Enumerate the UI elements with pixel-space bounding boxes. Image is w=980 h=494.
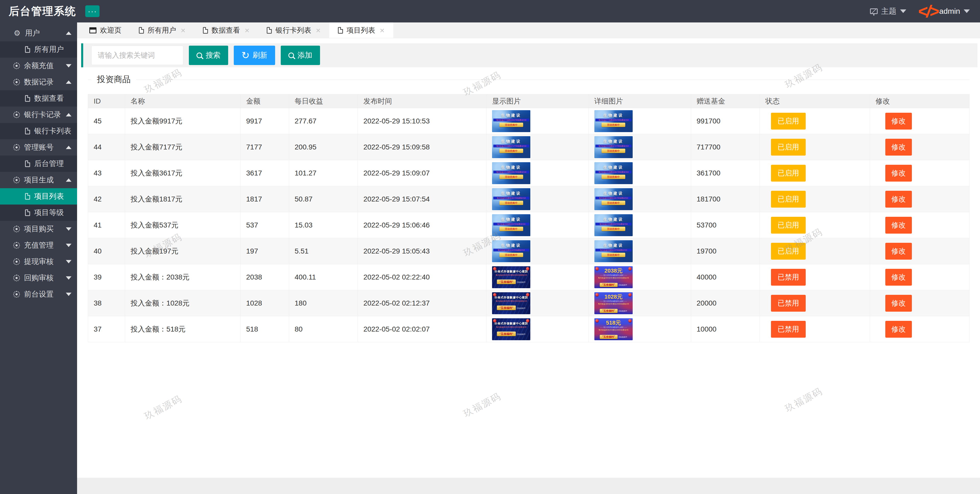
admin-dropdown[interactable]: admin	[939, 7, 970, 16]
cell-daily-income: 101.27	[289, 160, 358, 186]
banner-amount: 518元	[594, 320, 633, 326]
detail-image-thumbnail[interactable]: 生物建设每日收益277元赠送991700份基金X10活动抢购中	[594, 110, 633, 132]
modify-button[interactable]: 修改	[885, 165, 912, 181]
sidebar-group-银行卡记录[interactable]: 银行卡记录	[0, 106, 77, 123]
modify-button[interactable]: 修改	[885, 139, 912, 156]
modify-button[interactable]: 修改	[885, 113, 912, 130]
banner-caption: 每日收益50元赠送181700份基金X10	[595, 197, 632, 199]
status-badge[interactable]: 已启用	[771, 113, 806, 130]
sidebar-group-提现审核[interactable]: 提现审核	[0, 254, 77, 270]
close-icon[interactable]: ×	[181, 26, 186, 35]
sidebar-group-充值管理[interactable]: 充值管理	[0, 237, 77, 254]
tab-数据查看[interactable]: 数据查看×	[194, 22, 258, 38]
display-image-thumbnail[interactable]: 生物建设每日收益277元赠送991700份基金X10活动抢购中	[492, 110, 530, 132]
cell-publish-time: 2022-05-29 15:10:53	[358, 108, 486, 134]
close-icon[interactable]: ×	[245, 26, 250, 35]
tab-项目列表[interactable]: 项目列表×	[329, 22, 393, 38]
detail-image-thumbnail[interactable]: 生物建设每日收益15元赠送53700份基金X10活动抢购中	[594, 214, 633, 236]
display-image-thumbnail[interactable]: 分佈式存儲數據中心建設每日收益80元X5+赠送10000份基金X5"五倍福利"活…	[492, 318, 530, 340]
sidebar-item-后台管理[interactable]: 后台管理	[0, 156, 77, 172]
display-image-thumbnail[interactable]: 分佈式存儲數據中心建設每日收益400元X5+赠送40000份基金X5"五倍福利"…	[492, 266, 530, 288]
chevron-down-icon	[66, 227, 72, 231]
chevron-up-icon	[66, 146, 72, 149]
chevron-down-icon	[66, 260, 72, 264]
dial-icon	[13, 79, 20, 86]
add-button[interactable]: 添加	[281, 46, 320, 65]
modify-button[interactable]: 修改	[885, 191, 912, 208]
modify-button[interactable]: 修改	[885, 269, 912, 286]
cell-publish-time: 2022-05-02 02:12:37	[358, 290, 486, 316]
sidebar-group-管理账号[interactable]: 管理账号	[0, 139, 77, 156]
banner-caption: 每日收益200元赠送717700份基金X10	[595, 145, 632, 148]
status-badge[interactable]: 已启用	[771, 217, 806, 233]
detail-image-thumbnail[interactable]: 生物建设每日收益50元赠送181700份基金X10活动抢购中	[594, 188, 633, 210]
status-badge[interactable]: 已启用	[771, 191, 806, 208]
tab-欢迎页[interactable]: 欢迎页	[81, 22, 130, 38]
display-image-thumbnail[interactable]: 生物建设每日收益200元赠送717700份基金X10活动抢购中	[492, 136, 530, 158]
column-header-金额: 金额	[240, 94, 289, 108]
theme-dropdown[interactable]: 主题	[870, 6, 906, 17]
sidebar-group-数据记录[interactable]: 数据记录	[0, 74, 77, 90]
tab-银行卡列表[interactable]: 银行卡列表×	[258, 22, 329, 38]
refresh-button[interactable]: ↻ 刷新	[234, 46, 275, 65]
detail-image-thumbnail[interactable]: 生物建设每日收益200元赠送717700份基金X10活动抢购中	[594, 136, 633, 158]
banner-caption: 每日收益400元X5+赠送40000份基金X5	[492, 274, 530, 276]
banner-button-label: "五倍福利"	[497, 305, 516, 310]
sidebar-group-用户[interactable]: ⚙用户	[0, 25, 77, 41]
cell-gift-fund: 10000	[691, 316, 759, 342]
sidebar-group-项目生成[interactable]: 项目生成	[0, 172, 77, 188]
detail-image-thumbnail[interactable]: 1028元—— 投入分布式存储数据中心建设 ——每日收益180元X5·赠送200…	[594, 292, 633, 314]
sidebar-group-项目购买[interactable]: 项目购买	[0, 221, 77, 237]
sidebar-item-银行卡列表[interactable]: 银行卡列表	[0, 123, 77, 139]
sidebar-group-回购审核[interactable]: 回购审核	[0, 270, 77, 286]
status-badge[interactable]: 已启用	[771, 139, 806, 156]
status-badge[interactable]: 已启用	[771, 243, 806, 260]
status-badge[interactable]: 已禁用	[771, 295, 806, 312]
display-image-thumbnail[interactable]: 生物建设每日收益50元赠送181700份基金X10活动抢购中	[492, 188, 530, 210]
gear-icon: ⚙	[13, 29, 21, 37]
sidebar-item-数据查看[interactable]: 数据查看	[0, 90, 77, 106]
banner-caption: 每日收益5元赠送19700份基金X10	[493, 249, 529, 251]
sidebar-group-前台设置[interactable]: 前台设置	[0, 286, 77, 302]
detail-image-thumbnail[interactable]: 生物建设每日收益101元赠送361700份基金X10活动抢购中	[594, 162, 633, 184]
display-image-thumbnail[interactable]: 生物建设每日收益101元赠送361700份基金X10活动抢购中	[492, 162, 530, 184]
sidebar-item-所有用户[interactable]: 所有用户	[0, 41, 77, 58]
status-badge[interactable]: 已禁用	[771, 269, 806, 286]
sidebar-group-余额充值[interactable]: 余额充值	[0, 58, 77, 74]
search-input[interactable]	[91, 46, 183, 65]
status-badge[interactable]: 已启用	[771, 165, 806, 181]
detail-image-thumbnail[interactable]: 生物建设每日收益5元赠送19700份基金X10活动抢购中	[594, 240, 633, 262]
close-icon[interactable]: ×	[380, 26, 385, 35]
banner-title: 分佈式存儲數據中心建設	[492, 322, 530, 326]
file-icon	[25, 193, 30, 200]
search-button[interactable]: 搜索	[189, 46, 228, 65]
display-image-thumbnail[interactable]: 生物建设每日收益15元赠送53700份基金X10活动抢购中	[492, 214, 530, 236]
sidebar-item-label: 项目列表	[34, 191, 64, 202]
sidebar-item-label: 用户	[25, 28, 40, 38]
cell-id: 41	[88, 212, 125, 238]
banner-button-label: 活动抢购中	[601, 227, 625, 231]
modify-button[interactable]: 修改	[885, 321, 912, 338]
detail-image-thumbnail[interactable]: 2038元—— 投入分布式存储数据中心建设 ——每日收益400元X5·赠送400…	[594, 266, 633, 288]
chevron-down-icon	[66, 276, 72, 280]
modify-button[interactable]: 修改	[885, 243, 912, 260]
sidebar-item-项目等级[interactable]: 项目等级	[0, 205, 77, 221]
more-button[interactable]: ···	[85, 5, 100, 17]
display-image-thumbnail[interactable]: 分佈式存儲數據中心建設每日收益180元X5+赠送20000份基金X5"五倍福利"…	[492, 292, 530, 314]
cell-daily-income: 180	[289, 290, 358, 316]
tab-bar: 欢迎页所有用户×数据查看×银行卡列表×项目列表×	[77, 22, 980, 38]
modify-button[interactable]: 修改	[885, 217, 912, 233]
sidebar-nav: ⚙用户所有用户余额充值数据记录数据查看银行卡记录银行卡列表管理账号后台管理项目生…	[0, 22, 77, 494]
banner-side-note: 活动抢购中	[517, 334, 525, 335]
chevron-down-icon	[66, 244, 72, 247]
close-icon[interactable]: ×	[316, 26, 321, 35]
modify-button[interactable]: 修改	[885, 295, 912, 312]
status-badge[interactable]: 已禁用	[771, 321, 806, 338]
display-image-thumbnail[interactable]: 生物建设每日收益5元赠送19700份基金X10活动抢购中	[492, 240, 530, 262]
detail-image-thumbnail[interactable]: 518元—— 投入分布式存储数据中心建设 ——每日收益80元X5·赠送10000…	[594, 318, 633, 340]
cell-display-image: 生物建设每日收益5元赠送19700份基金X10活动抢购中	[487, 238, 589, 264]
tab-所有用户[interactable]: 所有用户×	[130, 22, 194, 38]
banner-title: 生物建设	[492, 217, 530, 222]
sidebar-item-项目列表[interactable]: 项目列表	[0, 188, 77, 205]
cell-name: 投入金额537元	[125, 212, 240, 238]
